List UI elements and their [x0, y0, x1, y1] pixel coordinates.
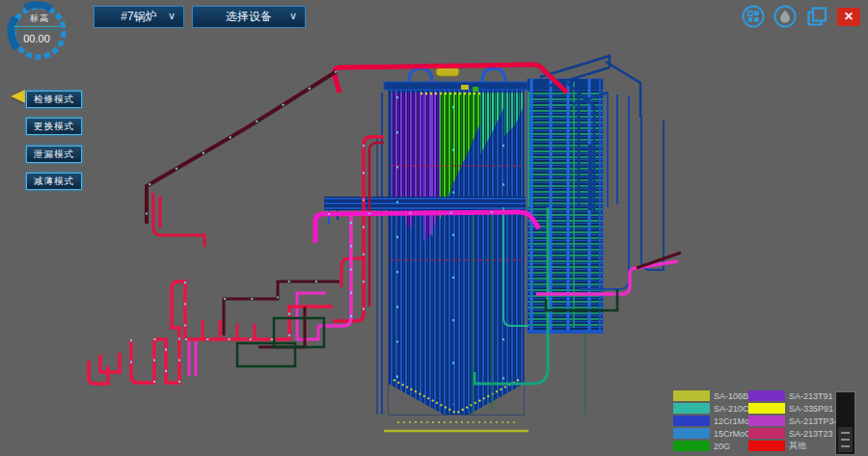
layers-icon: [805, 5, 828, 28]
close-icon: ✕: [844, 10, 854, 23]
legend-scrollbar-thumb[interactable]: [838, 427, 853, 452]
legend-label: 15CrMoG: [714, 429, 751, 439]
legend-swatch: [748, 403, 785, 414]
device-select-dropdown[interactable]: 选择设备 ∨: [192, 6, 306, 28]
riser-pipes: [333, 137, 384, 321]
material-legend: SA-106B SA-210C 12Cr1MoVG 15CrMoG 20G SA…: [673, 389, 862, 456]
legend-scrollbar[interactable]: [835, 391, 855, 455]
legend-swatch: [673, 390, 710, 401]
legend-label: SA-213T91: [789, 391, 833, 401]
legend-swatch: [748, 416, 785, 426]
furnace-body: [324, 67, 529, 431]
droplet-monitor-button[interactable]: [773, 5, 797, 28]
droplet-circle-icon: [773, 5, 797, 28]
gauge-value: 00.00: [6, 33, 68, 44]
legend-swatch: [673, 441, 710, 451]
boiler-select-label: #7锅炉: [121, 9, 156, 25]
mode-button-replace[interactable]: 更换模式: [26, 118, 82, 135]
grid-circle-icon: [742, 5, 765, 28]
legend-swatch: [673, 428, 710, 439]
boiler-wireframe: [0, 0, 868, 456]
mode-label: 泄漏模式: [34, 148, 74, 161]
chevron-down-icon: ∨: [168, 10, 176, 22]
boiler-monitor-window: 标高 00.00 #7锅炉 ∨ 选择设备 ∨: [0, 0, 868, 456]
legend-label: SA-213T23: [789, 429, 833, 439]
model-viewport[interactable]: [0, 0, 868, 456]
mode-button-overhaul[interactable]: 检修模式: [26, 91, 82, 108]
chevron-down-icon: ∨: [289, 10, 297, 22]
layers-copy-button[interactable]: [805, 5, 828, 28]
legend-swatch: [748, 390, 785, 401]
elevation-gauge: 标高 00.00: [6, 0, 73, 67]
legend-swatch: [673, 403, 710, 414]
legend-swatch: [748, 441, 785, 451]
legend-swatch: [673, 416, 710, 426]
boiler-select-dropdown[interactable]: #7锅炉 ∨: [94, 6, 184, 28]
gauge-label: 标高: [6, 13, 73, 25]
gauge-divider: [14, 26, 60, 27]
legend-label: SA-210C: [714, 404, 749, 414]
close-button[interactable]: ✕: [837, 8, 860, 26]
mode-button-thinning[interactable]: 减薄模式: [26, 173, 82, 190]
legend-label: SA-335P91: [789, 404, 833, 414]
legend-label: 其他: [789, 440, 806, 452]
legend-label: SA-106B: [714, 391, 748, 401]
dashboard-grid-button[interactable]: [742, 5, 765, 28]
device-select-label: 选择设备: [226, 9, 272, 25]
window-toolbar: ✕: [742, 5, 860, 28]
legend-label: 20G: [714, 442, 730, 451]
mode-label: 检修模式: [34, 94, 74, 106]
mode-label: 减薄模式: [34, 175, 74, 188]
legend-swatch: [748, 428, 785, 439]
mode-label: 更换模式: [34, 121, 74, 133]
mode-button-leak[interactable]: 泄漏模式: [26, 146, 82, 163]
collapse-menu-arrow-icon[interactable]: [11, 90, 25, 103]
